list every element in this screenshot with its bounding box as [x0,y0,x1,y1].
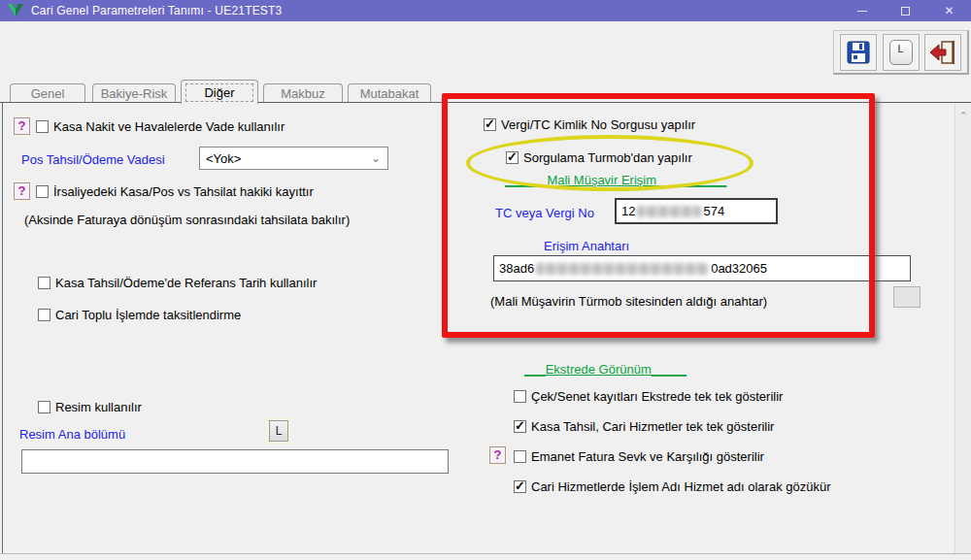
label-islem-adi: Cari Hizmetlerde İşlem Adı Hizmet adı ol… [531,479,831,494]
page-border-top [0,102,971,103]
tab-bar: Genel Bakiye-Risk Diğer Makbuz Mutabakat [0,80,971,103]
checkbox-resim[interactable] [38,401,50,413]
label-erisim-anahtari: Erişim Anahtarı [544,239,629,253]
app-logo-icon [8,4,23,17]
l-keycap: L [889,40,913,65]
app-window: Cari Genel Parametreleri Tanımı - UE21TE… [0,0,971,560]
checkbox-taksit[interactable] [38,309,50,321]
l-key-button[interactable]: L [883,34,920,71]
checkbox-islem-adi[interactable] [514,480,526,493]
label-pos-vadesi: Pos Tahsil/Ödeme Vadesi [21,152,165,167]
checkbox-vergi-sorgu[interactable] [484,118,496,131]
label-emanet-fatura: Emanet Fatura Sevk ve Karşılığı gösteril… [531,449,764,464]
page-border-left [2,102,3,554]
label-tc-no: TC veya Vergi No [495,206,594,220]
checkbox-cek-senet[interactable] [514,390,526,403]
label-kasa-nakit: Kasa Nakit ve Havalelerde Vade kullanılı… [53,119,285,134]
label-resim-ana: Resim Ana bölümü [19,427,125,442]
save-floppy-icon [846,40,871,65]
tab-diger[interactable]: Diğer [181,80,258,104]
label-vergi-sorgu: Vergi/TC Kimlik No Sorgusu yapılır [501,117,695,132]
exit-button[interactable] [924,34,961,71]
label-referans-tarih: Kasa Tahsil/Ödeme'de Referans Tarih kull… [55,276,317,290]
tab-bakiye-risk[interactable]: Bakiye-Risk [92,83,176,103]
scroll-up-icon[interactable]: ⌃ [956,109,970,122]
titlebar: Cari Genel Parametreleri Tanımı - UE21TE… [0,0,971,21]
toolbar: L [833,30,969,75]
heading-ekstrede-gorunum: ___Ekstrede Görünüm_____ [524,362,686,377]
small-gray-button[interactable] [893,286,921,308]
pos-vadesi-dropdown[interactable]: <Yok> ⌄ [199,147,388,170]
checkbox-emanet-fatura[interactable] [514,450,526,463]
exit-door-icon [929,40,956,65]
close-button[interactable]: ✕ [927,0,971,21]
redacted-segment [637,206,701,217]
checkbox-irsaliye[interactable] [36,185,49,198]
chevron-down-icon: ⌄ [371,151,381,165]
erisim-anahtari-input[interactable]: 38ad60ad32065 [493,255,911,281]
checkbox-turmob[interactable] [506,151,519,164]
tc-no-input[interactable]: 12574 [615,198,778,224]
maximize-button[interactable] [884,0,927,21]
checkbox-referans-tarih[interactable] [38,277,50,289]
right-separator [954,103,955,553]
resim-ana-l-button[interactable]: L [269,420,288,442]
help-button-emanet[interactable]: ? [489,446,506,464]
help-button-kasa-nakit[interactable]: ? [14,117,30,135]
label-resim: Resim kullanılır [55,400,142,414]
checkbox-kasa-tahsil-hizmet[interactable] [514,420,526,433]
label-turmob: Sorgulama Turmob'dan yapılır [523,150,692,165]
pos-vadesi-value: <Yok> [206,151,241,166]
save-button[interactable] [840,34,877,71]
redacted-segment [536,263,709,275]
minimize-button[interactable] [840,0,884,21]
label-cek-senet: Çek/Senet kayıtları Ekstrede tek tek gös… [531,389,783,404]
label-taksit: Cari Toplu İşlemde taksitlendirme [55,308,241,322]
help-button-irsaliye[interactable]: ? [14,182,30,200]
checkbox-kasa-nakit[interactable] [36,120,49,133]
tab-mutabakat[interactable]: Mutabakat [348,83,431,103]
label-kasa-tahsil-hizmet: Kasa Tahsil, Cari Hizmetler tek tek göst… [531,419,774,434]
note-anahtar: (Mali Müşavirin Türmob sitesinden aldığı… [490,294,767,309]
resim-ana-input[interactable] [21,449,449,474]
note-irsaliye: (Aksinde Faturaya dönüşüm sonrasındaki t… [24,213,350,227]
label-irsaliye: İrsaliyedeki Kasa/Pos vs Tahsilat hakiki… [53,184,314,199]
tab-genel[interactable]: Genel [10,83,85,103]
window-title: Cari Genel Parametreleri Tanımı - UE21TE… [31,4,282,17]
heading-mali-musavir: ______Mali Müşavir Erişim__________ [505,173,726,187]
right-panel-strip [955,103,971,553]
tab-makbuz[interactable]: Makbuz [263,83,343,103]
page-border-bottom [0,553,971,554]
